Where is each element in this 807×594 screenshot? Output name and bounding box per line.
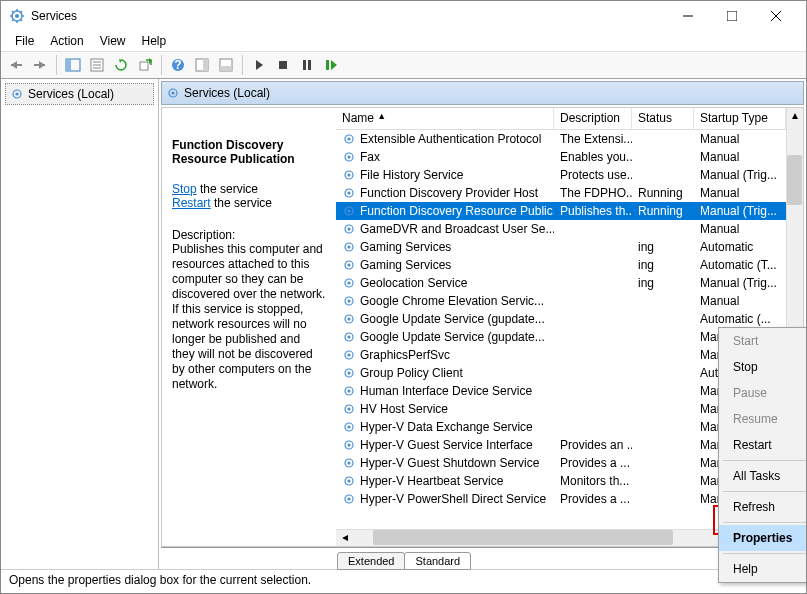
service-row[interactable]: Function Discovery Provider HostThe FDPH… [336,184,786,202]
service-row[interactable]: GameDVR and Broadcast User Se...Manual [336,220,786,238]
service-name: Function Discovery Resource Public... [360,204,554,218]
ctx-properties[interactable]: Properties [719,525,807,551]
col-description[interactable]: Description [554,108,632,129]
service-description [554,390,632,392]
menu-view[interactable]: View [94,32,132,50]
svg-point-58 [347,317,350,320]
service-row[interactable]: Gaming ServicesingAutomatic (T... [336,256,786,274]
tree-root-item[interactable]: Services (Local) [5,83,154,105]
service-status: Running [632,185,694,201]
ctx-resume[interactable]: Resume [719,406,807,432]
service-row[interactable]: Gaming ServicesingAutomatic [336,238,786,256]
start-service-button[interactable] [248,54,270,76]
menu-file[interactable]: File [9,32,40,50]
service-name: Gaming Services [360,240,451,254]
show-hide-tree-button[interactable] [62,54,84,76]
service-description: Provides a ... [554,491,632,507]
restart-service-button[interactable] [320,54,342,76]
forward-button[interactable] [29,54,51,76]
list-header-label: Services (Local) [184,86,270,100]
refresh-button[interactable] [110,54,132,76]
properties-toolbar-button[interactable] [86,54,108,76]
service-description: Protects use... [554,167,632,183]
titlebar: Services [1,1,806,31]
service-row[interactable]: Function Discovery Resource Public...Pub… [336,202,786,220]
service-startup-type: Automatic [694,239,786,255]
service-name: Gaming Services [360,258,451,272]
gear-icon [342,204,356,218]
svg-point-50 [347,245,350,248]
service-status [632,174,694,176]
service-startup-type: Manual (Trig... [694,203,786,219]
service-status: ing [632,239,694,255]
tab-strip: Extended Standard [159,547,806,569]
ctx-help[interactable]: Help [719,556,807,582]
gear-icon [342,384,356,398]
window-title: Services [31,9,666,23]
stop-link[interactable]: Stop [172,182,197,196]
svg-rect-32 [326,60,329,70]
service-name: Human Interface Device Service [360,384,532,398]
service-status [632,498,694,500]
service-row[interactable]: FaxEnables you...Manual [336,148,786,166]
service-row[interactable]: File History ServiceProtects use...Manua… [336,166,786,184]
ctx-restart[interactable]: Restart [719,432,807,458]
ctx-stop[interactable]: Stop [719,354,807,380]
col-startup-type[interactable]: Startup Type [694,108,786,129]
col-status[interactable]: Status [632,108,694,129]
service-status [632,426,694,428]
service-description [554,228,632,230]
gear-icon [342,240,356,254]
gear-icon [342,186,356,200]
service-startup-type: Manual [694,131,786,147]
service-description [554,264,632,266]
gear-icon [342,456,356,470]
close-button[interactable] [754,2,798,30]
svg-point-70 [347,425,350,428]
svg-point-62 [347,353,350,356]
tab-extended[interactable]: Extended [337,552,405,570]
service-status [632,336,694,338]
service-startup-type: Manual (Trig... [694,167,786,183]
svg-point-36 [171,91,174,94]
service-name: File History Service [360,168,463,182]
export-button[interactable] [134,54,156,76]
svg-point-76 [347,479,350,482]
service-row[interactable]: Google Chrome Elevation Servic...Manual [336,292,786,310]
service-description: Provides a ... [554,455,632,471]
ctx-pause[interactable]: Pause [719,380,807,406]
service-startup-type: Manual [694,221,786,237]
tab-standard[interactable]: Standard [404,552,471,570]
tree-root-label: Services (Local) [28,87,114,101]
minimize-button[interactable] [666,2,710,30]
maximize-button[interactable] [710,2,754,30]
app-icon [9,8,25,24]
back-button[interactable] [5,54,27,76]
service-status [632,480,694,482]
svg-text:?: ? [174,58,181,72]
service-row[interactable]: Extensible Authentication ProtocolThe Ex… [336,130,786,148]
gear-icon [342,150,356,164]
ctx-all-tasks[interactable]: All Tasks [719,463,807,489]
stop-service-button[interactable] [272,54,294,76]
restart-link[interactable]: Restart [172,196,211,210]
col-name[interactable]: Name ▲ [336,108,554,129]
tree-pane: Services (Local) [1,79,159,569]
preview-button[interactable] [215,54,237,76]
ctx-start[interactable]: Start [719,328,807,354]
service-row[interactable]: Geolocation ServiceingManual (Trig... [336,274,786,292]
action-pane-button[interactable] [191,54,213,76]
svg-line-9 [21,11,23,13]
pause-service-button[interactable] [296,54,318,76]
service-startup-type: Manual [694,293,786,309]
gear-icon [342,402,356,416]
service-row[interactable]: Google Update Service (gupdate...Automat… [336,310,786,328]
svg-point-1 [15,14,19,18]
menu-action[interactable]: Action [44,32,89,50]
help-button[interactable]: ? [167,54,189,76]
svg-point-46 [347,209,350,212]
ctx-refresh[interactable]: Refresh [719,494,807,520]
service-name: Google Update Service (gupdate... [360,330,545,344]
service-status: ing [632,275,694,291]
menu-help[interactable]: Help [136,32,173,50]
